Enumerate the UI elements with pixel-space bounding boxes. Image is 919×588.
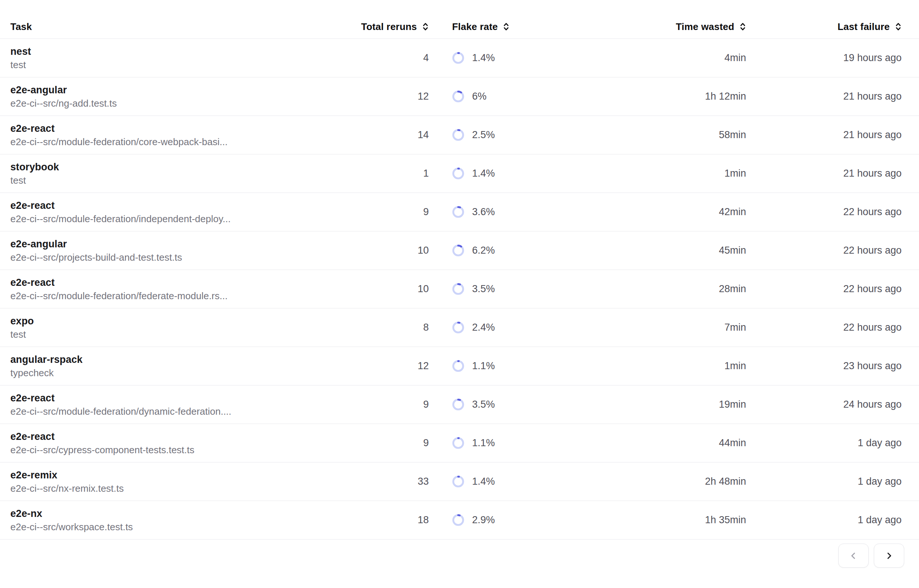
flake-rate-cell: 1.4%: [429, 167, 588, 179]
table-row[interactable]: e2e-react e2e-ci--src/module-federation/…: [0, 193, 919, 231]
table-row[interactable]: storybook test 1 1.4% 1min 21 hours ago: [0, 154, 919, 193]
task-name: e2e-angular: [10, 85, 348, 95]
total-reruns-value: 8: [348, 322, 429, 333]
table-row[interactable]: expo test 8 2.4% 7min 22 hours ago: [0, 309, 919, 347]
column-label: Time wasted: [676, 21, 734, 32]
last-failure-value: 24 hours ago: [746, 399, 901, 410]
flaky-tasks-page: Task Total reruns Flake rate Time wasted…: [0, 0, 919, 588]
table-row[interactable]: e2e-react e2e-ci--src/module-federation/…: [0, 386, 919, 424]
pagination: [0, 544, 904, 568]
flake-rate-value: 1.4%: [472, 52, 495, 64]
time-wasted-value: 58min: [588, 129, 746, 141]
flake-rate-value: 1.1%: [472, 437, 495, 449]
time-wasted-value: 2h 48min: [588, 476, 746, 487]
column-label: Last failure: [838, 21, 890, 32]
column-header-time-wasted[interactable]: Time wasted: [588, 21, 746, 32]
task-target: e2e-ci--src/workspace.test.ts: [10, 522, 348, 532]
flake-rate-value: 6%: [472, 91, 486, 102]
table-row[interactable]: e2e-react e2e-ci--src/module-federation/…: [0, 270, 919, 309]
total-reruns-value: 4: [348, 52, 429, 64]
time-wasted-value: 45min: [588, 245, 746, 256]
task-target: test: [10, 330, 348, 339]
time-wasted-value: 44min: [588, 437, 746, 449]
last-failure-value: 21 hours ago: [746, 168, 901, 179]
prev-page-button[interactable]: [838, 544, 869, 568]
sort-icon: [503, 22, 509, 31]
flake-rate-cell: 3.6%: [429, 206, 588, 218]
flake-rate-donut-icon: [452, 514, 464, 526]
sort-icon: [740, 22, 746, 31]
task-name: e2e-angular: [10, 239, 348, 249]
time-wasted-value: 42min: [588, 206, 746, 218]
flake-rate-value: 2.5%: [472, 129, 495, 141]
flake-rate-donut-icon: [452, 398, 464, 410]
flake-rate-cell: 1.4%: [429, 52, 588, 64]
total-reruns-value: 9: [348, 399, 429, 410]
task-target: e2e-ci--src/projects-build-and-test.test…: [10, 252, 348, 263]
flake-rate-donut-icon: [452, 321, 464, 334]
last-failure-value: 19 hours ago: [746, 52, 901, 64]
sort-icon: [422, 22, 429, 31]
task-name: e2e-react: [10, 431, 348, 442]
flake-rate-donut-icon: [452, 475, 464, 488]
flake-rate-cell: 1.1%: [429, 360, 588, 372]
table-row[interactable]: e2e-remix e2e-ci--src/nx-remix.test.ts 3…: [0, 462, 919, 501]
task-cell: e2e-react e2e-ci--src/module-federation/…: [0, 123, 348, 147]
task-cell: e2e-angular e2e-ci--src/projects-build-a…: [0, 239, 348, 263]
table-row[interactable]: e2e-nx e2e-ci--src/workspace.test.ts 18 …: [0, 501, 919, 540]
time-wasted-value: 1h 35min: [588, 514, 746, 526]
task-target: e2e-ci--src/module-federation/independen…: [10, 214, 348, 224]
flake-rate-cell: 3.5%: [429, 398, 588, 410]
table-row[interactable]: nest test 4 1.4% 4min 19 hours ago: [0, 39, 919, 78]
column-label: Flake rate: [452, 21, 497, 32]
time-wasted-value: 1h 12min: [588, 91, 746, 102]
task-target: e2e-ci--src/module-federation/dynamic-fe…: [10, 407, 348, 417]
table-row[interactable]: e2e-angular e2e-ci--src/ng-add.test.ts 1…: [0, 78, 919, 116]
time-wasted-value: 1min: [588, 360, 746, 372]
task-cell: e2e-react e2e-ci--src/module-federation/…: [0, 277, 348, 301]
total-reruns-value: 1: [348, 168, 429, 179]
total-reruns-value: 12: [348, 91, 429, 102]
next-page-button[interactable]: [874, 544, 904, 568]
task-cell: expo test: [0, 316, 348, 339]
task-cell: e2e-remix e2e-ci--src/nx-remix.test.ts: [0, 470, 348, 494]
column-header-task: Task: [0, 21, 348, 32]
table-row[interactable]: e2e-react e2e-ci--src/cypress-component-…: [0, 424, 919, 462]
table-row[interactable]: angular-rspack typecheck 12 1.1% 1min 23…: [0, 347, 919, 386]
flake-rate-value: 3.5%: [472, 283, 495, 295]
task-cell: e2e-react e2e-ci--src/module-federation/…: [0, 393, 348, 417]
column-header-flake-rate[interactable]: Flake rate: [429, 21, 588, 32]
flake-rate-donut-icon: [452, 360, 464, 372]
flake-rate-value: 1.1%: [472, 360, 495, 372]
column-label: Task: [10, 21, 32, 32]
flake-rate-donut-icon: [452, 129, 464, 141]
task-name: e2e-react: [10, 123, 348, 134]
flake-rate-value: 2.4%: [472, 322, 495, 333]
task-name: e2e-react: [10, 277, 348, 288]
task-cell: storybook test: [0, 162, 348, 186]
column-header-total-reruns[interactable]: Total reruns: [348, 21, 429, 32]
time-wasted-value: 1min: [588, 168, 746, 179]
flake-rate-value: 6.2%: [472, 245, 495, 256]
table-row[interactable]: e2e-react e2e-ci--src/module-federation/…: [0, 116, 919, 154]
task-cell: e2e-angular e2e-ci--src/ng-add.test.ts: [0, 85, 348, 108]
sort-icon: [895, 22, 901, 31]
task-target: e2e-ci--src/module-federation/core-webpa…: [10, 137, 348, 147]
task-target: e2e-ci--src/nx-remix.test.ts: [10, 484, 348, 494]
task-name: storybook: [10, 162, 348, 172]
flake-rate-value: 1.4%: [472, 476, 495, 487]
flake-rate-donut-icon: [452, 167, 464, 179]
time-wasted-value: 19min: [588, 399, 746, 410]
table-row[interactable]: e2e-angular e2e-ci--src/projects-build-a…: [0, 231, 919, 270]
column-header-last-failure[interactable]: Last failure: [746, 21, 901, 32]
flake-rate-value: 3.5%: [472, 399, 495, 410]
task-name: e2e-react: [10, 393, 348, 403]
task-name: e2e-remix: [10, 470, 348, 480]
last-failure-value: 21 hours ago: [746, 129, 901, 141]
task-target: typecheck: [10, 368, 348, 378]
time-wasted-value: 4min: [588, 52, 746, 64]
last-failure-value: 21 hours ago: [746, 91, 901, 102]
flake-rate-donut-icon: [452, 52, 464, 64]
task-cell: nest test: [0, 46, 348, 70]
task-name: nest: [10, 46, 348, 57]
